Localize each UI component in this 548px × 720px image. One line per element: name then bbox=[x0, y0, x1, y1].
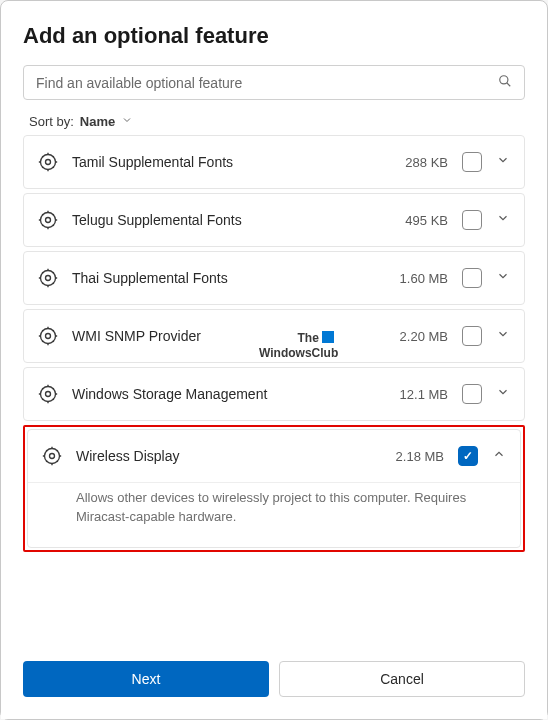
feature-name: Thai Supplemental Fonts bbox=[72, 270, 370, 286]
feature-name: Wireless Display bbox=[76, 448, 366, 464]
chevron-down-icon[interactable] bbox=[496, 153, 510, 171]
feature-icon bbox=[42, 446, 62, 466]
feature-icon bbox=[38, 326, 58, 346]
feature-icon bbox=[38, 384, 58, 404]
feature-row[interactable]: WMI SNMP Provider 2.20 MB bbox=[23, 309, 525, 363]
search-box[interactable] bbox=[23, 65, 525, 100]
cancel-button[interactable]: Cancel bbox=[279, 661, 525, 697]
svg-point-5 bbox=[46, 218, 51, 223]
sort-bar[interactable]: Sort by: Name bbox=[23, 114, 525, 129]
search-input[interactable] bbox=[36, 75, 498, 91]
dialog-content: Add an optional feature Sort by: Name Ta… bbox=[1, 1, 547, 645]
feature-row[interactable]: Thai Supplemental Fonts 1.60 MB bbox=[23, 251, 525, 305]
highlight-box: Wireless Display 2.18 MB ✓ Allows other … bbox=[23, 425, 525, 552]
sort-label: Sort by: bbox=[29, 114, 74, 129]
feature-checkbox[interactable] bbox=[462, 384, 482, 404]
svg-point-9 bbox=[46, 334, 51, 339]
feature-size: 12.1 MB bbox=[384, 387, 448, 402]
chevron-down-icon[interactable] bbox=[496, 211, 510, 229]
feature-row[interactable]: Tamil Supplemental Fonts 288 KB bbox=[23, 135, 525, 189]
dialog-footer: Next Cancel bbox=[1, 645, 547, 719]
svg-point-3 bbox=[46, 160, 51, 165]
next-button[interactable]: Next bbox=[23, 661, 269, 697]
chevron-down-icon[interactable] bbox=[496, 327, 510, 345]
svg-line-1 bbox=[507, 83, 511, 87]
feature-icon bbox=[38, 210, 58, 230]
chevron-down-icon[interactable] bbox=[496, 385, 510, 403]
svg-point-13 bbox=[50, 454, 55, 459]
feature-size: 288 KB bbox=[384, 155, 448, 170]
search-icon bbox=[498, 74, 512, 91]
svg-point-11 bbox=[46, 392, 51, 397]
feature-description: Allows other devices to wirelessly proje… bbox=[28, 482, 520, 547]
chevron-up-icon[interactable] bbox=[492, 447, 506, 465]
feature-name: Tamil Supplemental Fonts bbox=[72, 154, 370, 170]
feature-row[interactable]: Wireless Display 2.18 MB ✓ Allows other … bbox=[27, 429, 521, 548]
feature-checkbox[interactable] bbox=[462, 326, 482, 346]
svg-point-0 bbox=[500, 76, 508, 84]
svg-point-7 bbox=[46, 276, 51, 281]
feature-size: 2.20 MB bbox=[384, 329, 448, 344]
feature-checkbox[interactable] bbox=[462, 210, 482, 230]
feature-size: 2.18 MB bbox=[380, 449, 444, 464]
feature-row[interactable]: Telugu Supplemental Fonts 495 KB bbox=[23, 193, 525, 247]
dialog-window: Add an optional feature Sort by: Name Ta… bbox=[0, 0, 548, 720]
feature-checkbox[interactable] bbox=[462, 268, 482, 288]
feature-checkbox[interactable]: ✓ bbox=[458, 446, 478, 466]
feature-list[interactable]: Tamil Supplemental Fonts 288 KB Telugu S… bbox=[23, 135, 525, 645]
feature-icon bbox=[38, 268, 58, 288]
feature-name: WMI SNMP Provider bbox=[72, 328, 370, 344]
feature-size: 495 KB bbox=[384, 213, 448, 228]
sort-value: Name bbox=[80, 114, 115, 129]
chevron-down-icon[interactable] bbox=[496, 269, 510, 287]
feature-row[interactable]: Windows Storage Management 12.1 MB bbox=[23, 367, 525, 421]
feature-icon bbox=[38, 152, 58, 172]
feature-size: 1.60 MB bbox=[384, 271, 448, 286]
feature-name: Telugu Supplemental Fonts bbox=[72, 212, 370, 228]
page-title: Add an optional feature bbox=[23, 23, 525, 49]
feature-name: Windows Storage Management bbox=[72, 386, 370, 402]
feature-checkbox[interactable] bbox=[462, 152, 482, 172]
chevron-down-icon bbox=[121, 114, 133, 129]
